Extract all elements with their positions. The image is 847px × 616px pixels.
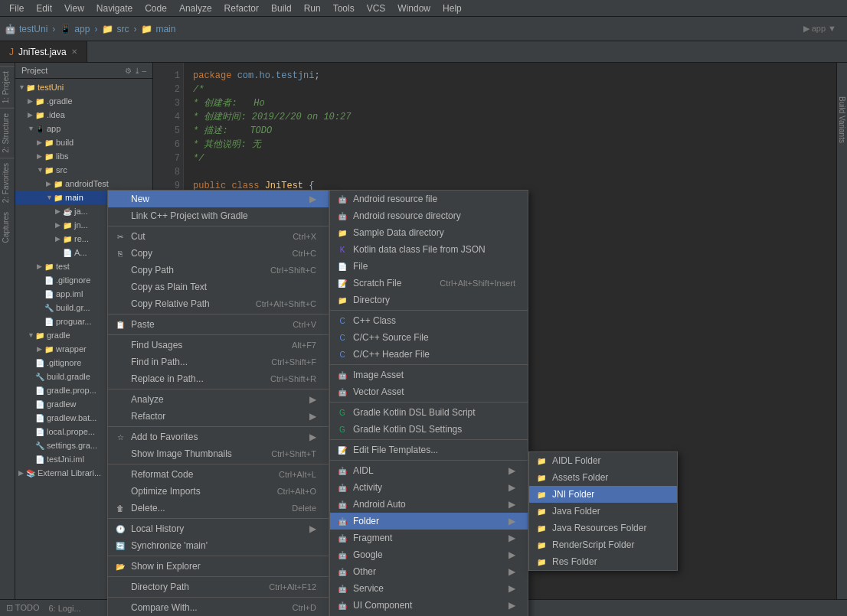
menu-find-path[interactable]: Find in Path... Ctrl+Shift+F xyxy=(108,354,329,370)
new-aidl[interactable]: 🤖 AIDL ▶ xyxy=(330,462,528,479)
menu-tools[interactable]: Tools xyxy=(327,2,361,15)
new-vector-asset[interactable]: 🤖 Vector Asset xyxy=(330,383,528,400)
tree-libs[interactable]: ▶ 📁 libs xyxy=(15,149,152,163)
menu-compare-with[interactable]: Compare With... Ctrl+D xyxy=(108,599,329,616)
new-scratch-file[interactable]: 📝 Scratch File Ctrl+Alt+Shift+Insert xyxy=(330,275,528,292)
other-icon: 🤖 xyxy=(336,565,348,578)
new-google[interactable]: 🤖 Google ▶ xyxy=(330,546,528,563)
new-android-auto[interactable]: 🤖 Android Auto ▶ xyxy=(330,496,528,513)
new-image-asset[interactable]: 🤖 Image Asset xyxy=(330,367,528,383)
menu-add-favorites[interactable]: ☆ Add to Favorites ▶ xyxy=(108,429,329,445)
scratch-icon: 📝 xyxy=(336,277,348,289)
menu-file[interactable]: File xyxy=(3,2,30,15)
menu-delete[interactable]: 🗑 Delete... Delete xyxy=(108,500,329,517)
new-cpp-class[interactable]: C C++ Class xyxy=(330,312,528,329)
new-sample-data[interactable]: 📁 Sample Data directory xyxy=(330,224,528,241)
menu-link-cpp[interactable]: Link C++ Project with Gradle xyxy=(108,207,329,224)
menu-directory-path[interactable]: Directory Path Ctrl+Alt+F12 xyxy=(108,579,329,595)
new-fragment[interactable]: 🤖 Fragment ▶ xyxy=(330,530,528,546)
menu-copy-path[interactable]: Copy Path Ctrl+Shift+C xyxy=(108,262,329,279)
tree-build[interactable]: ▶ 📁 build xyxy=(15,135,152,149)
bc-src[interactable]: src xyxy=(116,24,129,34)
run-button[interactable]: ▶ app ▼ xyxy=(803,24,836,34)
side-tab-project[interactable]: 1: Project xyxy=(0,66,15,108)
bc-testuni[interactable]: testUni xyxy=(19,24,47,34)
menu-new[interactable]: New ▶ xyxy=(108,191,329,207)
menu-optimize-imports[interactable]: Optimize Imports Ctrl+Alt+O xyxy=(108,483,329,500)
new-other[interactable]: 🤖 Other ▶ xyxy=(330,563,528,580)
menu-find-usages[interactable]: Find Usages Alt+F7 xyxy=(108,337,329,354)
menu-vcs[interactable]: VCS xyxy=(361,2,392,15)
menu-copy[interactable]: ⎘ Copy Ctrl+C xyxy=(108,245,329,262)
new-edit-templates[interactable]: 📝 Edit File Templates... xyxy=(330,442,528,458)
bc-main[interactable]: main xyxy=(155,24,175,34)
folder-renderscript[interactable]: 📁 RenderScript Folder xyxy=(529,536,677,553)
new-kotlin-json[interactable]: K Kotlin data class File from JSON xyxy=(330,241,528,258)
menu-copy-plain-text[interactable]: Copy as Plain Text xyxy=(108,279,329,295)
menu-run[interactable]: Run xyxy=(298,2,327,15)
folder-java[interactable]: 📁 Java Folder xyxy=(529,503,677,520)
new-gradle-kotlin-settings[interactable]: G Gradle Kotlin DSL Settings xyxy=(330,421,528,438)
menu-show-explorer[interactable]: 📂 Show in Explorer xyxy=(108,558,329,575)
new-file[interactable]: 📄 File xyxy=(330,258,528,275)
folder-assets[interactable]: 📁 Assets Folder xyxy=(529,469,677,486)
menu-show-thumbnails[interactable]: Show Image Thumbnails Ctrl+Shift+T xyxy=(108,445,329,462)
google-arrow: ▶ xyxy=(509,549,515,560)
menu-view[interactable]: View xyxy=(58,2,90,15)
menu-copy-relative[interactable]: Copy Relative Path Ctrl+Alt+Shift+C xyxy=(108,295,329,312)
new-service[interactable]: 🤖 Service ▶ xyxy=(330,580,528,597)
folder-aidl[interactable]: 📁 AIDL Folder xyxy=(529,452,677,469)
tree-gradle[interactable]: ▶ 📁 .gradle xyxy=(15,94,152,108)
new-cpp-source[interactable]: C C/C++ Source File xyxy=(330,329,528,346)
menu-analyze[interactable]: Analyze xyxy=(173,2,218,15)
new-directory[interactable]: 📁 Directory xyxy=(330,292,528,308)
folder-java-resources[interactable]: 📁 Java Resources Folder xyxy=(529,520,677,536)
menu-navigate[interactable]: Navigate xyxy=(90,2,139,15)
tree-app[interactable]: ▼ 📱 app xyxy=(15,122,152,135)
new-cpp-header[interactable]: C C/C++ Header File xyxy=(330,346,528,363)
project-panel-settings[interactable]: ⚙ ⤓ – xyxy=(125,67,146,75)
menu-paste[interactable]: 📋 Paste Ctrl+V xyxy=(108,316,329,333)
menu-window[interactable]: Window xyxy=(391,2,437,15)
status-todo[interactable]: ⊡ TODO xyxy=(6,603,39,613)
new-activity[interactable]: 🤖 Activity ▶ xyxy=(330,479,528,496)
menu-cut[interactable]: ✂ Cut Ctrl+X xyxy=(108,228,329,245)
new-android-resource-file[interactable]: 🤖 Android resource file xyxy=(330,191,528,207)
side-tab-captures[interactable]: Captures xyxy=(0,207,15,248)
menu-refactor[interactable]: Refactor ▶ xyxy=(108,408,329,425)
menu-local-history[interactable]: 🕐 Local History ▶ xyxy=(108,520,329,537)
menu-reformat[interactable]: Reformat Code Ctrl+Alt+L xyxy=(108,466,329,483)
tab-close-icon[interactable]: ✕ xyxy=(71,47,77,56)
folder-jni[interactable]: 📁 JNI Folder xyxy=(529,486,677,503)
folder-jni-label: JNI Folder xyxy=(552,489,665,500)
bc-app[interactable]: app xyxy=(74,24,90,34)
sep6 xyxy=(108,464,329,464)
menu-replace-path[interactable]: Replace in Path... Ctrl+Shift+R xyxy=(108,370,329,387)
tab-jnitest[interactable]: J JniTest.java ✕ xyxy=(0,41,87,62)
build-variants-tab[interactable]: Build Variants xyxy=(838,96,846,143)
new-android-resource-dir[interactable]: 🤖 Android resource directory xyxy=(330,207,528,224)
side-tab-structure[interactable]: 2: Structure xyxy=(0,108,15,158)
tree-idea[interactable]: ▶ 📁 .idea xyxy=(15,108,152,122)
tree-androidtest[interactable]: ▶ 📁 androidTest xyxy=(15,177,152,191)
new-gradle-kotlin-build[interactable]: G Gradle Kotlin DSL Build Script xyxy=(330,404,528,421)
tree-src[interactable]: ▼ 📁 src xyxy=(15,163,152,177)
tree-label: test xyxy=(56,262,70,271)
menu-edit[interactable]: Edit xyxy=(30,2,58,15)
status-log[interactable]: 6: Logi... xyxy=(48,604,80,613)
analyze-icon xyxy=(114,393,126,406)
menu-build[interactable]: Build xyxy=(265,2,298,15)
folder-res[interactable]: 📁 Res Folder xyxy=(529,553,677,570)
new-sep3 xyxy=(330,402,528,403)
side-tab-favorites[interactable]: 2: Favorites xyxy=(0,158,15,207)
new-ui-component[interactable]: 🤖 UI Component ▶ xyxy=(330,597,528,614)
menu-synchronize[interactable]: 🔄 Synchronize 'main' xyxy=(108,537,329,554)
menu-analyze[interactable]: Analyze ▶ xyxy=(108,391,329,408)
new-folder[interactable]: 🤖 Folder ▶ xyxy=(330,513,528,530)
tab-icon: J xyxy=(9,47,14,57)
tree-testuni[interactable]: ▼ 📁 testUni xyxy=(15,80,152,94)
menu-help[interactable]: Help xyxy=(437,2,468,15)
menu-code[interactable]: Code xyxy=(139,2,173,15)
bc-icon4: 📁 xyxy=(141,24,152,34)
menu-refactor[interactable]: Refactor xyxy=(218,2,265,15)
